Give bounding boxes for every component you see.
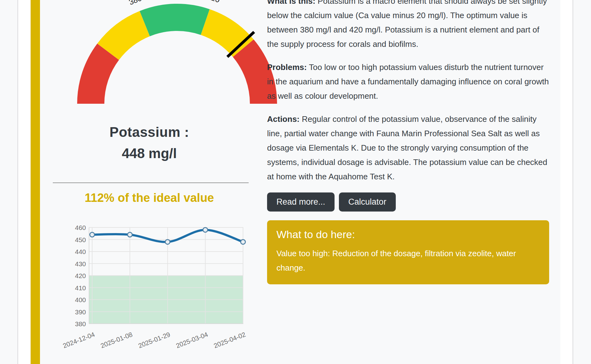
svg-text:440: 440 [75, 248, 86, 255]
svg-text:420: 420 [206, 0, 221, 4]
svg-text:460: 460 [75, 224, 86, 231]
parameter-title: Potassium : [40, 124, 259, 140]
paragraph-label: Actions: [267, 114, 300, 124]
svg-text:2025-03-04: 2025-03-04 [175, 331, 209, 349]
svg-text:380: 380 [127, 0, 143, 7]
advice-text: Value too high: Reduction of the dosage,… [276, 246, 536, 275]
svg-text:2024-12-04: 2024-12-04 [62, 331, 96, 349]
svg-text:420: 420 [75, 272, 86, 279]
card-body: 380420 Potassium : 448 mg/l 112% of the … [40, 0, 560, 364]
read-more-button[interactable]: Read more... [267, 192, 335, 212]
parameter-card: 380420 Potassium : 448 mg/l 112% of the … [17, 0, 573, 364]
paragraph-label: Problems: [267, 62, 307, 72]
parameter-value: 448 mg/l [40, 146, 259, 161]
info-column: What is this: Potassium is a macro eleme… [267, 0, 550, 359]
divider [53, 182, 249, 183]
paragraph-actions: Actions: Regular control of the potassiu… [267, 112, 550, 184]
paragraph-text: Too low or too high potassium values dis… [267, 62, 549, 101]
history-chart[interactable]: 3803904004104204304404504602024-12-04202… [58, 220, 264, 346]
svg-text:2025-01-08: 2025-01-08 [100, 331, 134, 349]
gauge-column: 380420 Potassium : 448 mg/l 112% of the … [40, 0, 268, 362]
ideal-value-percent: 112% of the ideal value [40, 191, 259, 205]
advice-title: What to do here: [276, 228, 540, 241]
svg-text:410: 410 [75, 284, 86, 292]
potassium-gauge: 380420 [74, 0, 290, 108]
paragraph-what-is-this: What is this: Potassium is a macro eleme… [267, 0, 550, 51]
svg-text:380: 380 [75, 320, 86, 327]
advice-box: What to do here: Value too high: Reducti… [267, 220, 549, 284]
paragraph-text: Potassium is a macro element that should… [267, 0, 547, 49]
svg-text:430: 430 [75, 260, 86, 267]
accent-stripe [31, 0, 40, 364]
svg-text:2025-01-29: 2025-01-29 [137, 331, 171, 349]
calculator-button[interactable]: Calculator [339, 192, 396, 212]
page-background: 380420 Potassium : 448 mg/l 112% of the … [0, 0, 591, 364]
paragraph-text: Regular control of the potassium value, … [267, 114, 547, 181]
svg-text:2025-04-02: 2025-04-02 [213, 331, 247, 349]
button-row: Read more... Calculator [267, 192, 550, 212]
paragraph-problems: Problems: Too low or too high potassium … [267, 60, 550, 103]
svg-text:400: 400 [75, 296, 86, 303]
svg-text:390: 390 [75, 308, 86, 316]
svg-text:450: 450 [75, 236, 86, 243]
paragraph-label: What is this: [267, 0, 315, 6]
